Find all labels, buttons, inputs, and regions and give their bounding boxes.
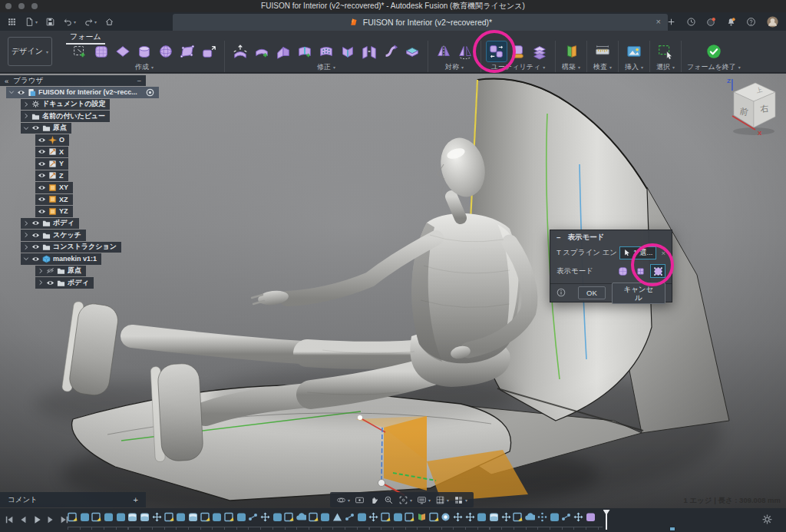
browser-row-9[interactable]: XZ	[0, 194, 161, 206]
notifications-icon[interactable]	[724, 14, 738, 29]
viewcube-front-label[interactable]: 前	[738, 106, 749, 117]
eye-icon[interactable]	[31, 255, 40, 263]
tool-box[interactable]	[91, 41, 111, 61]
timeline-feature-25[interactable]	[368, 512, 378, 522]
timeline-feature-33[interactable]	[465, 512, 475, 522]
timeline-feature-15[interactable]	[248, 512, 258, 522]
timeline-feature-20[interactable]	[309, 512, 319, 522]
tool-mirror-internal[interactable]	[434, 41, 454, 61]
chevron-right-icon[interactable]	[23, 113, 29, 119]
tool-weld[interactable]	[359, 41, 379, 61]
timeline-feature-22[interactable]	[332, 512, 342, 522]
timeline-feature-21[interactable]	[320, 512, 330, 522]
tool-construct-plane[interactable]	[561, 41, 581, 61]
timeline-feature-23[interactable]	[345, 512, 355, 522]
toolbar-group-label[interactable]: 選択▾	[656, 62, 675, 72]
browser-row-13[interactable]: コンストラクション	[0, 242, 161, 253]
timeline-settings-gear-icon[interactable]	[761, 514, 773, 528]
chevron-down-icon[interactable]	[23, 125, 29, 131]
chevron-down-icon[interactable]	[8, 89, 15, 95]
timeline-feature-12[interactable]	[212, 512, 222, 522]
activate-component-radio-icon[interactable]	[146, 88, 154, 97]
nav-orbit-icon[interactable]: ▾	[336, 495, 350, 505]
nav-fit-icon[interactable]: ▾	[398, 495, 412, 505]
timeline-feature-40[interactable]	[550, 512, 560, 522]
timeline-feature-30[interactable]	[429, 512, 439, 522]
toolbar-group-label[interactable]: 作成▾	[135, 62, 154, 72]
tool-extrude[interactable]	[199, 41, 219, 61]
browser-row-6[interactable]: Y	[0, 158, 161, 170]
help-icon[interactable]	[744, 14, 758, 29]
collapse-dialog-icon[interactable]: −	[556, 233, 561, 242]
mode-smooth-button[interactable]	[615, 264, 630, 278]
chevron-down-icon[interactable]	[23, 256, 29, 262]
dialog-titlebar[interactable]: − 表示モード	[550, 230, 672, 244]
file-new-icon[interactable]: ▾	[22, 14, 40, 29]
workspace-selector[interactable]: デザイン ▾	[8, 37, 52, 66]
timeline-feature-34[interactable]	[477, 512, 487, 522]
tool-crease[interactable]	[273, 41, 293, 61]
tool-unweld[interactable]	[381, 41, 401, 61]
timeline-feature-31[interactable]	[441, 512, 451, 522]
timeline-feature-17[interactable]	[272, 512, 282, 522]
tool-convert[interactable]	[530, 41, 550, 61]
viewport-canvas[interactable]: « ブラウザ − FUISON for Interior (v2~recc...…	[0, 74, 786, 508]
timeline-feature-32[interactable]	[453, 512, 463, 522]
timeline-feature-6[interactable]	[140, 512, 150, 522]
timeline-feature-26[interactable]	[381, 512, 391, 522]
nav-zoom-icon[interactable]	[384, 495, 394, 505]
tool-cylinder[interactable]	[134, 41, 154, 61]
eye-icon[interactable]	[38, 207, 46, 216]
timeline-feature-9[interactable]	[176, 512, 186, 522]
browser-row-3[interactable]: 原点	[0, 123, 161, 134]
timeline-skip-start-button[interactable]	[5, 514, 14, 527]
tool-create-form[interactable]	[70, 41, 90, 61]
redo-icon[interactable]: ▾	[81, 14, 99, 29]
toolbar-group-label[interactable]: 挿入▾	[625, 62, 643, 72]
timeline-feature-19[interactable]	[296, 512, 306, 522]
app-grid-icon[interactable]	[5, 14, 19, 29]
eye-icon[interactable]	[38, 160, 46, 168]
comments-bar[interactable]: コメント +	[0, 492, 146, 507]
timeline-zoom-handle[interactable]	[669, 527, 675, 531]
toolbar-group-label[interactable]: 対称▾	[445, 62, 464, 72]
eye-icon[interactable]	[31, 219, 40, 227]
timeline-play-button[interactable]	[32, 514, 41, 527]
new-tab-icon[interactable]	[664, 14, 679, 29]
browser-row-10[interactable]: YZ	[0, 206, 161, 217]
tool-insert-edge[interactable]	[295, 41, 315, 61]
timeline-feature-14[interactable]	[236, 512, 246, 522]
chevron-right-icon[interactable]	[38, 268, 44, 274]
timeline-feature-3[interactable]	[104, 512, 114, 522]
nav-grid-settings-icon[interactable]: ▾	[435, 495, 449, 505]
add-comment-icon[interactable]: +	[134, 495, 138, 504]
browser-row-5[interactable]: X	[0, 147, 161, 158]
nav-viewports-icon[interactable]: ▾	[454, 495, 467, 505]
eye-icon[interactable]	[31, 243, 40, 251]
browser-row-4[interactable]: O	[0, 134, 161, 146]
save-icon[interactable]	[43, 14, 58, 29]
chevron-right-icon[interactable]	[23, 220, 29, 226]
timeline-feature-42[interactable]	[573, 512, 583, 522]
browser-row-15[interactable]: 原点	[0, 266, 161, 277]
toolbar-group-label[interactable]: 検査▾	[593, 62, 612, 72]
close-tab-icon[interactable]: ×	[656, 17, 661, 26]
viewcube-right-label[interactable]: 右	[760, 104, 770, 114]
collapse-panel-icon[interactable]: «	[5, 77, 8, 85]
eye-icon[interactable]	[31, 231, 40, 240]
timeline-feature-36[interactable]	[501, 512, 511, 522]
timeline-feature-43[interactable]	[586, 512, 596, 522]
browser-row-12[interactable]: スケッチ	[0, 230, 161, 241]
browser-row-8[interactable]: XY	[0, 182, 161, 193]
tool-flatten[interactable]	[402, 41, 422, 61]
timeline-feature-1[interactable]	[80, 512, 90, 522]
timeline-feature-11[interactable]	[200, 512, 210, 522]
timeline-feature-27[interactable]	[393, 512, 403, 522]
chevron-right-icon[interactable]	[23, 244, 29, 250]
eye-off-icon[interactable]	[46, 266, 54, 275]
browser-row-11[interactable]: ボディ	[0, 218, 161, 230]
tool-insert-image[interactable]	[624, 41, 644, 61]
job-status-icon[interactable]	[684, 14, 698, 29]
timeline-feature-41[interactable]	[561, 512, 571, 522]
tool-bevel-edge[interactable]	[338, 41, 358, 61]
